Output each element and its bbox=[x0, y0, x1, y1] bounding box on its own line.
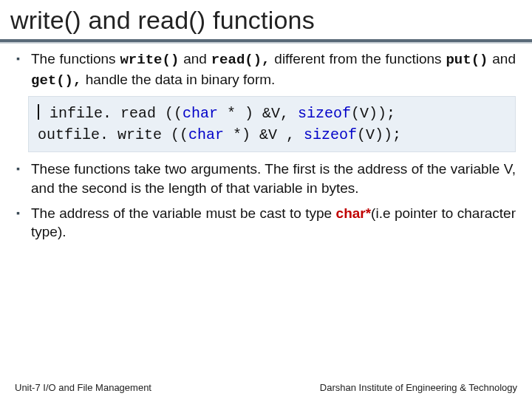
fn-read: read(), bbox=[211, 52, 270, 68]
slide-footer: Unit-7 I/O and File Management Darshan I… bbox=[0, 382, 532, 393]
text: The functions bbox=[31, 51, 120, 66]
code-text: *) &V , bbox=[224, 126, 304, 143]
code-text: (V)); bbox=[357, 126, 401, 143]
kw-sizeof: sizeof bbox=[304, 126, 357, 143]
kw-charptr: char* bbox=[336, 205, 372, 221]
bullet-3-text: The address of the variable must be cast… bbox=[31, 204, 516, 242]
footer-right: Darshan Institute of Engineering & Techn… bbox=[320, 382, 517, 393]
footer-left: Unit-7 I/O and File Management bbox=[15, 382, 151, 393]
fn-write: write() bbox=[120, 52, 179, 68]
text: and bbox=[179, 51, 211, 66]
bullet-2: ▪ These functions take two arguments. Th… bbox=[16, 160, 516, 197]
fn-put: put() bbox=[446, 52, 488, 68]
code-text: (V)); bbox=[351, 105, 395, 122]
kw-sizeof: sizeof bbox=[298, 105, 351, 122]
slide-body: ▪ The functions write() and read(), diff… bbox=[0, 44, 532, 242]
code-text: * ) &V, bbox=[218, 105, 298, 122]
bullet-marker: ▪ bbox=[16, 160, 24, 197]
bullet-3: ▪ The address of the variable must be ca… bbox=[16, 204, 516, 242]
text: different from the functions bbox=[270, 51, 446, 66]
bullet-marker: ▪ bbox=[16, 50, 24, 90]
bullet-1-text: The functions write() and read(), differ… bbox=[31, 50, 516, 90]
code-text: outfile. write (( bbox=[38, 126, 188, 143]
bullet-1: ▪ The functions write() and read(), diff… bbox=[16, 50, 516, 90]
text: and bbox=[488, 51, 516, 66]
bullet-marker: ▪ bbox=[16, 204, 24, 242]
text: handle the data in binary form. bbox=[81, 72, 275, 87]
bullet-2-text: These functions take two arguments. The … bbox=[31, 160, 516, 197]
code-text: infile. read (( bbox=[41, 105, 183, 122]
text: The address of the variable must be cast… bbox=[31, 205, 336, 221]
fn-get: get(), bbox=[31, 72, 81, 89]
kw-char: char bbox=[188, 126, 224, 143]
code-block: infile. read ((char * ) &V, sizeof(V)); … bbox=[28, 96, 516, 152]
cursor-icon bbox=[38, 104, 39, 120]
kw-char: char bbox=[183, 105, 218, 122]
slide-title: write() and read() functions bbox=[0, 0, 532, 39]
